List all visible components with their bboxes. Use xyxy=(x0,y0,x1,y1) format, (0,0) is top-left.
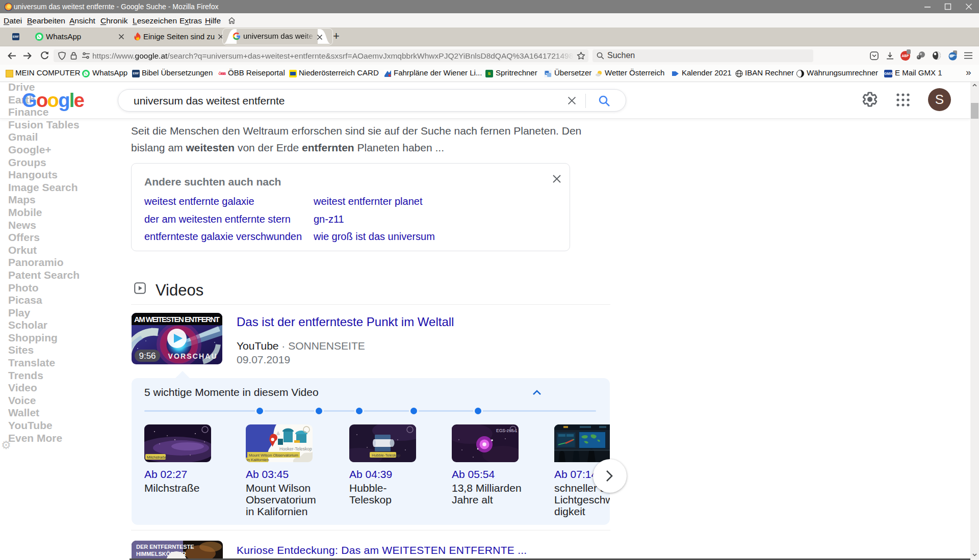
svg-text:Hooker-Teleskop: Hooker-Teleskop xyxy=(279,446,312,451)
svg-text:in Kalifornien: in Kalifornien xyxy=(247,458,269,462)
svg-text:9:56: 9:56 xyxy=(139,351,156,361)
svg-text:VORSCHAU: VORSCHAU xyxy=(168,352,217,360)
svg-text:DER ENTFERNTESTE: DER ENTFERNTESTE xyxy=(136,544,194,550)
svg-text:Hubble-Teleskop: Hubble-Teleskop xyxy=(372,453,400,458)
svg-text:EGS-zs8-1: EGS-zs8-1 xyxy=(496,428,518,433)
svg-text:Milchstraße: Milchstraße xyxy=(147,455,167,460)
svg-text:AM WEITESTEN ENTFERNT: AM WEITESTEN ENTFERNT xyxy=(134,315,220,324)
svg-text:Mount Wilson Observatorium: Mount Wilson Observatorium xyxy=(249,453,298,458)
